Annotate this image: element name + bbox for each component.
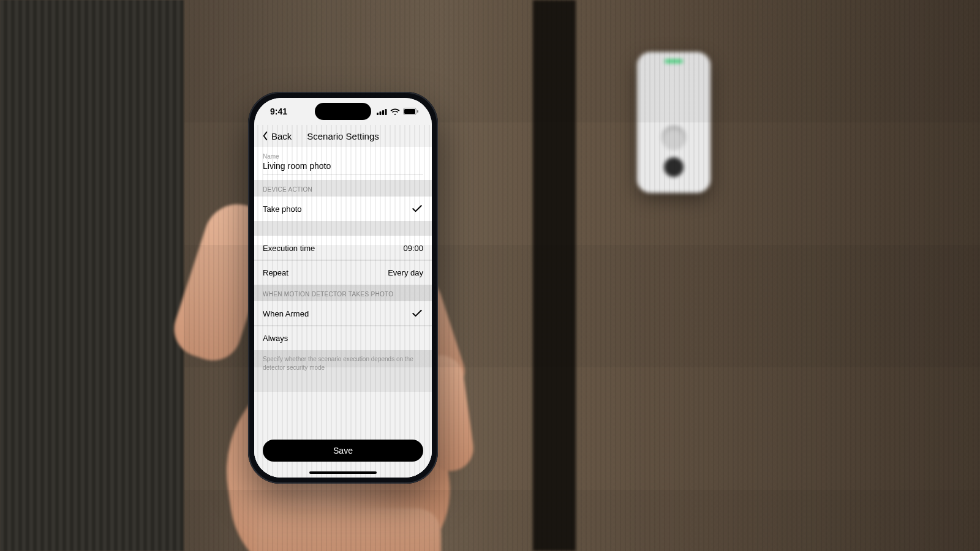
settings-content: Name Living room photo DEVICE ACTION Tak…	[254, 147, 432, 478]
phone-frame: 9:41 Back Scenario Settings N	[248, 92, 438, 484]
home-indicator	[309, 471, 377, 474]
device-action-take-photo[interactable]: Take photo	[254, 197, 432, 221]
nav-bar: Back Scenario Settings	[254, 125, 432, 147]
check-icon	[411, 307, 423, 320]
device-action-header: DEVICE ACTION	[254, 180, 432, 197]
save-button[interactable]: Save	[263, 440, 423, 462]
svg-rect-6	[417, 110, 418, 113]
option-always[interactable]: Always	[254, 326, 432, 350]
name-field[interactable]: Name Living room photo	[254, 147, 432, 180]
svg-rect-1	[380, 111, 382, 115]
wifi-icon	[390, 108, 400, 115]
execution-time-row[interactable]: Execution time 09:00	[254, 236, 432, 260]
footer: Save	[254, 440, 432, 478]
cellular-icon	[377, 108, 387, 115]
photo-condition-header: WHEN MOTION DETECTOR TAKES PHOTO	[254, 285, 432, 301]
execution-time-value: 09:00	[403, 244, 423, 253]
back-label: Back	[271, 131, 292, 141]
svg-rect-5	[404, 109, 415, 114]
repeat-row[interactable]: Repeat Every day	[254, 260, 432, 285]
spacer	[254, 221, 432, 236]
battery-icon	[403, 108, 418, 115]
repeat-value: Every day	[388, 268, 423, 277]
svg-rect-3	[385, 109, 387, 115]
execution-time-label: Execution time	[263, 244, 315, 253]
door-gap	[533, 0, 576, 551]
background-scene: 9:41 Back Scenario Settings N	[0, 0, 980, 551]
page-title: Scenario Settings	[307, 131, 379, 141]
check-icon	[411, 203, 423, 215]
device-action-list: Take photo	[254, 197, 432, 221]
dynamic-island	[315, 103, 371, 120]
photo-condition-list: When Armed Always	[254, 301, 432, 350]
wall-motion-detector	[637, 52, 710, 193]
back-button[interactable]: Back	[260, 125, 292, 147]
svg-rect-2	[382, 110, 384, 115]
status-indicators	[377, 108, 418, 115]
option-label: Always	[263, 334, 288, 343]
photo-condition-hint: Specify whether the scenario execution d…	[254, 350, 432, 372]
repeat-label: Repeat	[263, 268, 288, 277]
option-label: Take photo	[263, 204, 302, 214]
chevron-left-icon	[260, 131, 270, 141]
name-value: Living room photo	[263, 161, 423, 175]
status-time: 9:41	[270, 107, 287, 116]
option-when-armed[interactable]: When Armed	[254, 301, 432, 326]
schedule-list: Execution time 09:00 Repeat Every day	[254, 236, 432, 285]
phone-screen: 9:41 Back Scenario Settings N	[254, 98, 432, 478]
svg-rect-0	[377, 113, 379, 115]
name-label: Name	[263, 153, 423, 160]
option-label: When Armed	[263, 309, 309, 318]
